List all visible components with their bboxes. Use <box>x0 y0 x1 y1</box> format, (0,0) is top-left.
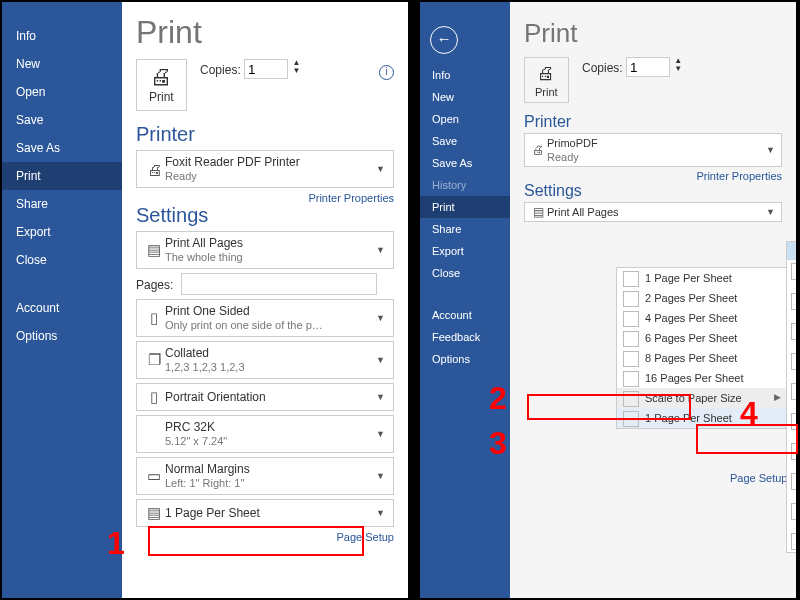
chevron-down-icon: ▼ <box>374 392 387 402</box>
print-pane: Print 🖨 Print Copies: ▲▼ i Printer 🖨 Fox… <box>122 2 408 598</box>
paper-icon <box>791 473 796 490</box>
sheet-icon <box>623 351 639 367</box>
sidebar-item-share[interactable]: Share <box>2 190 122 218</box>
sidebar-item-save-as[interactable]: Save As <box>2 134 122 162</box>
setting-print-range[interactable]: ▤ Print All Pages The whole thing ▼ <box>136 231 394 269</box>
sidebar-item-info[interactable]: Info <box>420 64 510 86</box>
paper-size-item[interactable]: No Scaling <box>787 242 796 260</box>
backstage-sidebar: InfoNewOpenSaveSave AsPrintShareExportCl… <box>2 2 122 598</box>
printer-icon: 🖨 <box>535 62 558 84</box>
sidebar-item-save[interactable]: Save <box>420 130 510 152</box>
setting-row[interactable]: ▯Portrait Orientation▼ <box>136 383 394 411</box>
setting-row[interactable]: ▤1 Page Per Sheet▼ <box>136 499 394 527</box>
printer-selector[interactable]: 🖨 Foxit Reader PDF Printer Ready ▼ <box>136 150 394 188</box>
info-icon[interactable]: i <box>379 65 394 80</box>
paper-size-item[interactable]: A5147.99 mm x 209.98 mm <box>787 470 796 500</box>
paper-icon <box>791 293 796 310</box>
setting-row[interactable]: ▯Print One SidedOnly print on one side o… <box>136 299 394 337</box>
pages-label: Pages: <box>136 278 178 292</box>
menu-item[interactable]: 4 Pages Per Sheet <box>617 308 787 328</box>
page-setup-link[interactable]: Page Setup <box>730 472 788 484</box>
setting-print-range[interactable]: ▤ Print All Pages ▼ <box>524 202 782 222</box>
sheet-icon <box>623 331 639 347</box>
sidebar-item-new[interactable]: New <box>420 86 510 108</box>
setting-row[interactable]: PRC 32K5.12" x 7.24"▼ <box>136 415 394 453</box>
sidebar-item-options[interactable]: Options <box>2 322 122 350</box>
sidebar-item-open[interactable]: Open <box>420 108 510 130</box>
sidebar-item-save[interactable]: Save <box>2 106 122 134</box>
sheet-icon <box>623 291 639 307</box>
paper-icon <box>791 533 796 550</box>
paper-icon <box>791 503 796 520</box>
sidebar-item-history[interactable]: History <box>420 174 510 196</box>
paper-size-item[interactable]: Letter215.87 mm x 279.37 mm <box>787 260 796 290</box>
paper-icon <box>791 353 796 370</box>
copies-input[interactable] <box>244 59 288 79</box>
page-title: Print <box>136 14 394 51</box>
copies-input[interactable] <box>626 57 670 77</box>
copies-group: Copies: ▲▼ <box>200 59 300 79</box>
panel-right: ← InfoNewOpenSaveSave AsHistoryPrintShar… <box>418 0 798 600</box>
paper-size-item[interactable]: A4209.98 mm x 296.97 mm <box>787 440 796 470</box>
sidebar-item-print[interactable]: Print <box>2 162 122 190</box>
menu-item[interactable]: 1 Page Per Sheet <box>617 408 787 428</box>
sidebar-item-share[interactable]: Share <box>420 218 510 240</box>
sheet-icon <box>623 411 639 427</box>
paper-size-item[interactable]: A3296.97 mm x 419.95 mm <box>787 410 796 440</box>
paper-size-item[interactable]: Legal215.87 mm x 355.56 mm <box>787 350 796 380</box>
paper-size-menu: No ScalingLetter215.87 mm x 279.37 mmTab… <box>786 241 796 553</box>
printer-status: Ready <box>547 151 579 163</box>
menu-item[interactable]: 6 Pages Per Sheet <box>617 328 787 348</box>
sidebar-item-close[interactable]: Close <box>420 262 510 284</box>
copies-group: Copies: ▲▼ <box>582 57 682 77</box>
setting-row[interactable]: ❐Collated1,2,3 1,2,3 1,2,3▼ <box>136 341 394 379</box>
settings-heading: Settings <box>524 182 782 200</box>
back-button[interactable]: ← <box>430 26 458 54</box>
sidebar-item-options[interactable]: Options <box>420 348 510 370</box>
sidebar-item-open[interactable]: Open <box>2 78 122 106</box>
printer-selector[interactable]: 🖨 PrimoPDF Ready ▼ <box>524 133 782 167</box>
printer-properties-link[interactable]: Printer Properties <box>696 170 782 182</box>
paper-size-item[interactable]: Ledger431.75 mm x 279.37 mm <box>787 320 796 350</box>
printer-heading: Printer <box>136 123 394 146</box>
setting-row[interactable]: ▭Normal MarginsLeft: 1" Right: 1"▼ <box>136 457 394 495</box>
sidebar-item-export[interactable]: Export <box>420 240 510 262</box>
page-setup-link[interactable]: Page Setup <box>337 531 395 543</box>
copies-spinner[interactable]: ▲▼ <box>674 57 682 73</box>
copies-spinner[interactable]: ▲▼ <box>292 59 300 75</box>
menu-item[interactable]: 16 Pages Per Sheet <box>617 368 787 388</box>
copies-label: Copies: <box>200 63 241 77</box>
print-button[interactable]: 🖨 Print <box>524 57 569 103</box>
sidebar-item-new[interactable]: New <box>2 50 122 78</box>
print-button[interactable]: 🖨 Print <box>136 59 187 111</box>
setting-title: Collated <box>165 346 209 360</box>
pages-input[interactable] <box>181 273 377 295</box>
menu-item[interactable]: Scale to Paper Size▶ <box>617 388 787 408</box>
paper-size-item[interactable]: 11 x 17279.4 mm x 431.8 mm <box>787 500 796 530</box>
sidebar-item-feedback[interactable]: Feedback <box>420 326 510 348</box>
setting-icon: ▭ <box>143 467 165 485</box>
paper-size-item[interactable]: Executive184.13 mm x 266.67 mm <box>787 380 796 410</box>
settings-list: ▯Print One SidedOnly print on one side o… <box>136 299 394 527</box>
sidebar-item-close[interactable]: Close <box>2 246 122 274</box>
chevron-down-icon: ▼ <box>374 164 387 174</box>
pages-per-sheet-menu: 1 Page Per Sheet2 Pages Per Sheet4 Pages… <box>616 267 788 429</box>
print-button-label: Print <box>535 86 558 98</box>
page-title: Print <box>524 18 782 49</box>
paper-size-item[interactable]: Screen165.1 mm x 131.5 mm <box>787 530 796 553</box>
sheet-icon <box>623 391 639 407</box>
menu-item[interactable]: 8 Pages Per Sheet <box>617 348 787 368</box>
sidebar-item-account[interactable]: Account <box>2 294 122 322</box>
printer-properties-link[interactable]: Printer Properties <box>308 192 394 204</box>
printer-name: PrimoPDF <box>547 137 598 149</box>
sidebar-item-account[interactable]: Account <box>420 304 510 326</box>
menu-item[interactable]: 1 Page Per Sheet <box>617 268 787 288</box>
sidebar-item-info[interactable]: Info <box>2 22 122 50</box>
sidebar-item-export[interactable]: Export <box>2 218 122 246</box>
sidebar-item-print[interactable]: Print <box>420 196 510 218</box>
sidebar-item-save-as[interactable]: Save As <box>420 152 510 174</box>
menu-item[interactable]: 2 Pages Per Sheet <box>617 288 787 308</box>
submenu-arrow-icon: ▶ <box>774 392 781 402</box>
paper-size-item[interactable]: Tabloid279.37 mm x 431.75 mm <box>787 290 796 320</box>
paper-icon <box>791 383 796 400</box>
